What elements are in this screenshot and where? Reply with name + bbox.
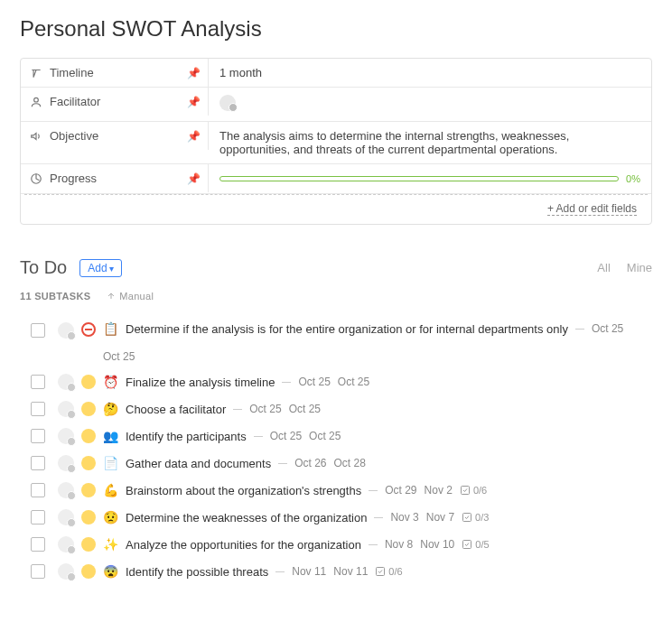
- task-title[interactable]: Identify the participants: [126, 430, 247, 443]
- subtask-count-badge[interactable]: 0/3: [462, 512, 489, 523]
- pin-icon[interactable]: 📌: [187, 67, 201, 79]
- task-end-date[interactable]: Oct 28: [334, 457, 366, 469]
- todo-title: To Do: [20, 257, 67, 278]
- assignee-icon[interactable]: [58, 428, 74, 444]
- pin-icon[interactable]: 📌: [187, 172, 201, 185]
- field-value-timeline[interactable]: 1 month: [209, 59, 651, 87]
- task-emoji: 📋: [103, 321, 118, 336]
- task-checkbox[interactable]: [31, 402, 45, 416]
- task-title[interactable]: Identify the possible threats: [126, 565, 268, 579]
- task-checkbox[interactable]: [31, 456, 45, 470]
- field-label-facilitator[interactable]: Facilitator 📌: [21, 88, 209, 116]
- assignee-icon[interactable]: [58, 455, 74, 471]
- task-body: 📋 Determine if the analysis is for the e…: [103, 321, 652, 363]
- status-pending-icon[interactable]: [81, 402, 96, 416]
- assignee-icon[interactable]: [58, 374, 74, 390]
- task-end-date[interactable]: Oct 25: [338, 376, 369, 388]
- status-pending-icon[interactable]: [81, 510, 96, 525]
- assignee-icon[interactable]: [58, 482, 74, 498]
- assignee-icon[interactable]: [58, 509, 74, 525]
- filter-mine[interactable]: Mine: [627, 261, 652, 274]
- person-icon: [30, 96, 42, 108]
- status-pending-icon[interactable]: [81, 564, 96, 579]
- task-end-date[interactable]: Nov 11: [333, 565, 368, 578]
- task-start-date[interactable]: Nov 11: [292, 565, 326, 578]
- task-start-date[interactable]: Oct 25: [592, 322, 623, 335]
- status-pending-icon[interactable]: [81, 483, 96, 497]
- task-start-date[interactable]: Oct 25: [270, 430, 302, 442]
- task-start-date[interactable]: Oct 26: [294, 457, 326, 469]
- task-end-date[interactable]: Oct 25: [309, 430, 341, 442]
- task-end-date[interactable]: Nov 10: [420, 538, 454, 551]
- task-checkbox[interactable]: [31, 323, 45, 338]
- task-end-date[interactable]: Nov 7: [426, 511, 454, 524]
- status-blocked-icon[interactable]: [81, 322, 96, 337]
- task-checkbox[interactable]: [31, 429, 45, 443]
- separator: [254, 436, 263, 437]
- task-end-date[interactable]: Nov 2: [425, 484, 453, 497]
- subtask-count-badge[interactable]: 0/6: [375, 566, 402, 577]
- assignee-icon[interactable]: [58, 563, 74, 580]
- pin-icon[interactable]: 📌: [187, 96, 201, 108]
- field-label-timeline[interactable]: Timeline 📌: [21, 59, 209, 87]
- checklist-icon: [375, 566, 386, 577]
- svg-rect-3: [463, 514, 471, 522]
- separator: [575, 329, 584, 330]
- add-edit-fields[interactable]: + Add or edit fields: [24, 194, 648, 224]
- task-start-date[interactable]: Oct 25: [249, 403, 281, 415]
- assignee-icon[interactable]: [58, 401, 74, 417]
- checklist-icon: [462, 539, 472, 550]
- task-row[interactable]: 😟 Determine the weaknesses of the organi…: [20, 504, 652, 531]
- sort-toggle[interactable]: Manual: [107, 291, 154, 302]
- status-pending-icon[interactable]: [81, 375, 96, 389]
- task-row[interactable]: 🤔 Choose a facilitator Oct 25 Oct 25: [20, 395, 652, 422]
- task-row[interactable]: ⏰ Finalize the analysis timeline Oct 25 …: [20, 368, 652, 395]
- empty-user-icon[interactable]: [219, 95, 236, 111]
- page-title: Personal SWOT Analysis: [20, 16, 652, 42]
- task-title[interactable]: Gather data and documents: [126, 457, 271, 470]
- task-row[interactable]: 👥 Identify the participants Oct 25 Oct 2…: [20, 422, 652, 450]
- assignee-icon[interactable]: [58, 322, 74, 339]
- task-start-date[interactable]: Nov 3: [390, 511, 418, 524]
- task-checkbox[interactable]: [31, 483, 45, 497]
- task-start-date[interactable]: Oct 25: [298, 376, 330, 388]
- task-row[interactable]: 📄 Gather data and documents Oct 26 Oct 2…: [20, 450, 652, 477]
- field-value-objective[interactable]: The analysis aims to determine the inter…: [209, 122, 651, 163]
- task-title[interactable]: Determine if the analysis is for the ent…: [126, 322, 568, 336]
- separator: [282, 382, 291, 383]
- task-emoji: 😟: [103, 510, 118, 525]
- task-title[interactable]: Determine the weaknesses of the organiza…: [126, 511, 367, 525]
- pin-icon[interactable]: 📌: [187, 130, 201, 143]
- task-end-date[interactable]: Oct 25: [289, 403, 321, 415]
- task-start-date[interactable]: Oct 29: [385, 484, 416, 497]
- filter-all[interactable]: All: [597, 261, 610, 274]
- task-checkbox[interactable]: [31, 564, 45, 579]
- subtask-count-badge[interactable]: 0/6: [460, 485, 487, 496]
- task-row[interactable]: 😨 Identify the possible threats Nov 11 N…: [20, 558, 652, 585]
- field-label-objective[interactable]: Objective 📌: [21, 122, 209, 150]
- subtask-count-badge[interactable]: 0/5: [462, 539, 489, 550]
- status-pending-icon[interactable]: [81, 429, 96, 443]
- task-row[interactable]: ✨ Analyze the opportunities for the orga…: [20, 531, 652, 558]
- task-title[interactable]: Finalize the analysis timeline: [126, 376, 275, 389]
- field-value-progress[interactable]: 0%: [209, 164, 651, 193]
- status-pending-icon[interactable]: [81, 537, 96, 552]
- field-label-progress[interactable]: Progress 📌: [21, 164, 209, 192]
- task-row[interactable]: 💪 Brainstorm about the organization's st…: [20, 477, 652, 504]
- assignee-icon[interactable]: [58, 536, 74, 552]
- task-checkbox[interactable]: [31, 537, 45, 552]
- task-title[interactable]: Brainstorm about the organization's stre…: [126, 484, 361, 497]
- task-checkbox[interactable]: [31, 510, 45, 525]
- add-button[interactable]: Add: [79, 259, 122, 277]
- task-start-date[interactable]: Nov 8: [385, 538, 413, 551]
- progress-icon: [30, 172, 42, 185]
- field-row-timeline: Timeline 📌 1 month: [21, 59, 651, 88]
- svg-rect-2: [461, 487, 469, 495]
- task-title[interactable]: Choose a facilitator: [126, 403, 226, 416]
- task-title[interactable]: Analyze the opportunities for the organi…: [126, 538, 361, 552]
- task-checkbox[interactable]: [31, 375, 45, 389]
- task-row[interactable]: 📋 Determine if the analysis is for the e…: [20, 316, 652, 368]
- task-end-date[interactable]: Oct 25: [103, 350, 135, 363]
- field-value-facilitator[interactable]: [209, 88, 651, 121]
- status-pending-icon[interactable]: [81, 456, 96, 470]
